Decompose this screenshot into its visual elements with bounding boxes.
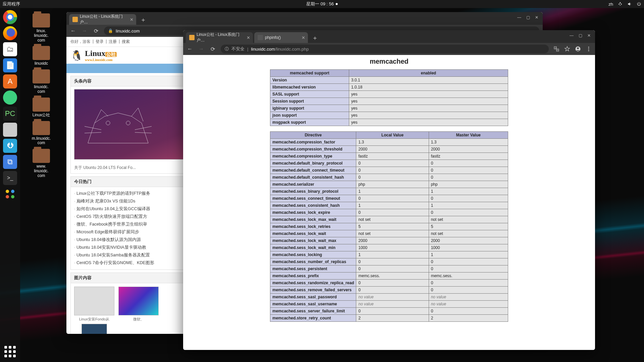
svg-text:文: 文 — [555, 47, 556, 49]
register-link[interactable]: 注册 — [109, 39, 117, 45]
svg-marker-0 — [88, 113, 148, 143]
dock-app-terminal[interactable]: >_ — [3, 171, 17, 185]
dock-app-more[interactable] — [3, 187, 17, 201]
profile-icon[interactable] — [575, 46, 581, 52]
favicon — [189, 35, 195, 40]
dock-app-chrome[interactable] — [3, 10, 17, 24]
svg-text:A: A — [557, 49, 558, 51]
dock-app-software[interactable]: A — [3, 74, 17, 88]
favicon — [72, 17, 78, 22]
tab-strip: Linux公社 - Linux系统门户… ✕ phpinfo() ✕ ＋ — [183, 30, 595, 43]
tab-title: Linux公社 - Linux系统门户… — [197, 32, 244, 43]
favicon — [258, 35, 263, 40]
notification-dot — [336, 3, 338, 5]
dock-app-android-studio[interactable] — [3, 90, 17, 105]
nav-reload[interactable]: ⟳ — [93, 27, 99, 34]
desktop-icons: linux.linuxidc.com linuxidc linuxidc.com… — [26, 13, 56, 178]
svg-point-2 — [126, 121, 130, 125]
browser-tab[interactable]: phpinfo() ✕ — [254, 32, 308, 43]
dock-app-store[interactable]: ⮋ — [3, 139, 17, 153]
show-applications-button[interactable] — [3, 345, 17, 359]
section-heading: memcached — [183, 58, 595, 65]
lock-icon: 🔒 — [108, 28, 113, 33]
desktop-folder[interactable]: m.linuxidc.com — [26, 121, 56, 146]
svg-point-10 — [577, 47, 579, 49]
dock-app-files[interactable]: 🗂 — [3, 42, 17, 56]
browser-tab[interactable]: Linux公社 - Linux系统门户… ✕ — [186, 32, 253, 43]
tab-strip: Linux公社 - Linux系统门户… ✕ ＋ — [66, 12, 543, 25]
power-icon[interactable] — [637, 2, 641, 6]
window-minimize[interactable] — [516, 14, 523, 21]
tab-close[interactable]: ✕ — [302, 35, 305, 40]
new-tab-button[interactable]: ＋ — [311, 34, 319, 42]
dock-app-firefox[interactable] — [3, 26, 17, 40]
tab-title: Linux公社 - Linux系统门户… — [80, 14, 127, 25]
browser-window-2: Linux公社 - Linux系统门户… ✕ phpinfo() ✕ ＋ ← →… — [183, 30, 595, 350]
svg-point-1 — [106, 121, 110, 125]
star-icon[interactable] — [564, 46, 570, 52]
desktop-folder[interactable]: Linux公社 — [26, 98, 56, 118]
network-icon[interactable] — [618, 2, 623, 6]
page-content: memcached memcached supportenabled Versi… — [183, 55, 595, 350]
window-maximize[interactable] — [577, 32, 584, 39]
tab-close[interactable]: ✕ — [247, 35, 250, 40]
desktop-folder[interactable]: linuxidc.com — [26, 69, 56, 94]
window-close[interactable] — [533, 14, 540, 21]
gnome-topbar: 应用程序 星期一 09 : 56 zh — [0, 0, 644, 8]
svg-line-5 — [135, 126, 152, 130]
url-text: linuxidc.com/linuxidc.com.php — [251, 47, 309, 52]
browser-tab[interactable]: Linux公社 - Linux系统门户… ✕ — [69, 14, 136, 25]
volume-icon[interactable] — [627, 2, 632, 6]
info-icon: ⓘ — [225, 46, 229, 52]
tab-close[interactable]: ✕ — [130, 17, 133, 22]
window-minimize[interactable] — [568, 32, 575, 39]
nav-forward[interactable]: → — [81, 27, 88, 34]
new-tab-button[interactable]: ＋ — [139, 15, 148, 24]
search-link[interactable]: 搜索 — [122, 39, 130, 45]
greeting: 你好，游客 — [70, 39, 91, 45]
ime-indicator[interactable]: zh — [608, 2, 613, 7]
security-state: 不安全 — [231, 46, 245, 52]
desktop-folder[interactable]: www.linuxidc.com — [26, 149, 56, 178]
clock[interactable]: 星期一 09 : 56 — [306, 1, 334, 7]
hero-caption[interactable]: 关于 Ubuntu 20.04 LTS Focal Fo... — [74, 165, 136, 171]
url-text: linuxidc.com — [116, 28, 140, 34]
login-link[interactable]: 登录 — [96, 39, 104, 45]
desktop-folder[interactable]: linux.linuxidc.com — [26, 13, 56, 43]
dock-app-screenshot[interactable]: ⧉ — [3, 155, 17, 169]
translate-icon[interactable]: 文A — [553, 46, 559, 52]
nav-back[interactable]: ← — [186, 46, 193, 52]
directives-table: Directive Local Value Master Value memca… — [270, 131, 508, 322]
activities-button[interactable]: 应用程序 — [3, 1, 20, 7]
window-close[interactable] — [586, 32, 592, 39]
dock-app-writer[interactable]: 📄 — [3, 58, 17, 72]
desktop-folder[interactable]: linuxidc — [26, 46, 56, 66]
dock-app-pycharm[interactable]: PC — [3, 107, 17, 121]
dock-app-generic[interactable] — [3, 123, 17, 137]
address-bar: ← → ⟳ ⓘ 不安全 | linuxidc.com/linuxidc.com.… — [183, 43, 595, 55]
svg-line-3 — [85, 126, 101, 130]
svg-point-13 — [588, 50, 589, 51]
gnome-dock: 🗂 📄 A PC ⮋ ⧉ >_ — [0, 8, 20, 362]
svg-line-6 — [135, 132, 152, 133]
thumbnail[interactable]: 微软、 — [118, 287, 159, 334]
window-maximize[interactable] — [525, 14, 531, 21]
support-table: memcached supportenabled Version3.0.1lib… — [270, 69, 508, 126]
site-logo[interactable]: 🐧 Linux公社www.Linuxidc.com — [70, 49, 117, 62]
nav-forward[interactable]: → — [198, 46, 205, 52]
nav-reload[interactable]: ⟳ — [209, 46, 216, 52]
tab-title: phpinfo() — [265, 35, 281, 40]
svg-point-11 — [588, 47, 589, 48]
menu-icon[interactable] — [586, 46, 592, 52]
omnibox[interactable]: ⓘ 不安全 | linuxidc.com/linuxidc.com.php — [221, 45, 549, 53]
svg-line-4 — [85, 132, 101, 133]
nav-back[interactable]: ← — [70, 27, 76, 34]
svg-point-12 — [588, 49, 589, 50]
thumbnail[interactable]: Linux安装Fondo从 — [74, 287, 114, 334]
